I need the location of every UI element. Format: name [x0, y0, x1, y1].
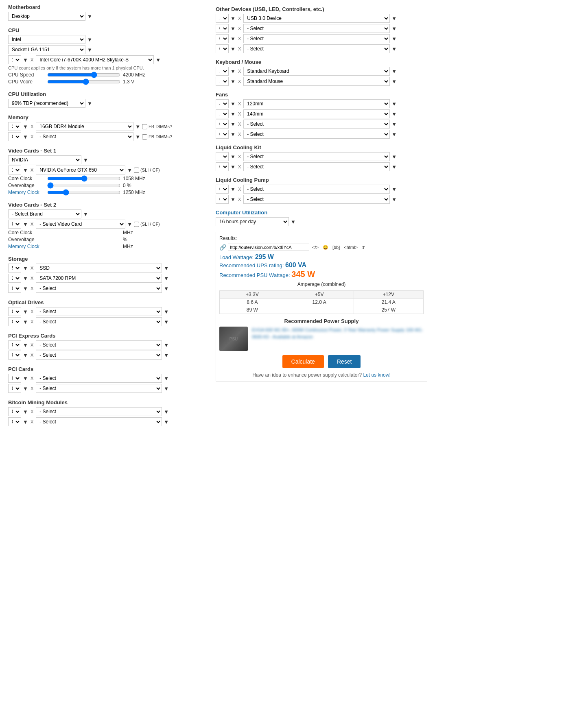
- reset-button[interactable]: Reset: [328, 355, 361, 368]
- pci-remove-1[interactable]: X: [30, 386, 34, 391]
- optical-count-0[interactable]: 0: [8, 307, 21, 316]
- optical-count-1[interactable]: 0: [8, 317, 21, 326]
- storage-count-0[interactable]: 5: [8, 264, 21, 273]
- other-remove-1[interactable]: X: [237, 26, 242, 31]
- other-count-3[interactable]: 0: [216, 44, 229, 53]
- other-remove-0[interactable]: X: [237, 16, 242, 21]
- lck-count-0[interactable]: 1: [216, 152, 229, 161]
- vc1-sli-checkbox[interactable]: [134, 168, 139, 173]
- other-remove-2[interactable]: X: [237, 36, 242, 41]
- fan-count-2[interactable]: 0: [216, 120, 229, 129]
- pcie-remove-0[interactable]: X: [30, 342, 34, 347]
- pci-count-0[interactable]: 0: [8, 374, 21, 383]
- pcie-count-1[interactable]: 0: [8, 351, 21, 360]
- vc2-memory-clock-label[interactable]: Memory Clock: [8, 244, 45, 249]
- motherboard-type-select[interactable]: Desktop Server Mini-ITX: [8, 12, 85, 21]
- other-count-1[interactable]: 0: [216, 24, 229, 33]
- mouse-count-0[interactable]: 1: [216, 77, 229, 86]
- psu-description[interactable]: EVGA 600 W1 80+, 600W Continuous Power, …: [252, 327, 424, 340]
- share-code-btn[interactable]: </>: [311, 244, 320, 250]
- fan-count-0[interactable]: 4: [216, 99, 229, 108]
- pci-model-0[interactable]: - Select: [36, 374, 162, 383]
- kb-model-0[interactable]: Standard Keyboard: [243, 67, 390, 76]
- vc1-memory-clock-slider[interactable]: [47, 190, 120, 195]
- vc2-brand-select[interactable]: - Select BrandNVIDIAAMD: [8, 209, 81, 218]
- mouse-remove-0[interactable]: X: [237, 79, 242, 84]
- lcp-count-1[interactable]: 0: [216, 195, 229, 204]
- fan-count-3[interactable]: 0: [216, 130, 229, 139]
- memory-model-1[interactable]: - Select: [36, 132, 133, 141]
- lcp-remove-1[interactable]: X: [237, 197, 242, 202]
- cpu-vcore-slider[interactable]: [47, 79, 120, 85]
- memory-remove-1[interactable]: X: [30, 134, 34, 139]
- share-bb-btn[interactable]: [bb]: [331, 244, 341, 250]
- optical-model-0[interactable]: - Select: [36, 307, 162, 316]
- fan-model-2[interactable]: - Select: [243, 120, 390, 129]
- storage-model-1[interactable]: SATA 7200 RPM: [36, 274, 162, 283]
- storage-count-2[interactable]: 0: [8, 284, 21, 293]
- memory-model-0[interactable]: 16GB DDR4 Module: [36, 122, 133, 131]
- vc2-sli-checkbox[interactable]: [134, 222, 139, 227]
- storage-remove-0[interactable]: X: [30, 266, 34, 270]
- share-html-btn[interactable]: <html>: [343, 244, 359, 250]
- storage-remove-2[interactable]: X: [30, 286, 34, 291]
- lcp-count-0[interactable]: 0: [216, 185, 229, 194]
- lck-count-1[interactable]: 0: [216, 162, 229, 171]
- share-text-btn[interactable]: T: [361, 244, 366, 250]
- memory-remove-0[interactable]: X: [30, 124, 34, 129]
- computer-util-select[interactable]: 16 hours per day 8 hours per day 24 hour…: [216, 217, 289, 226]
- other-model-1[interactable]: - Select: [243, 24, 390, 33]
- memory-count-1[interactable]: 0: [8, 132, 21, 141]
- cpu-socket-select[interactable]: Socket LGA 1151 Socket LGA 1150 Socket A…: [8, 45, 85, 54]
- fan-remove-3[interactable]: X: [237, 132, 242, 137]
- bitcoin-model-1[interactable]: - Select: [36, 417, 162, 426]
- bitcoin-model-0[interactable]: - Select: [36, 407, 162, 416]
- fan-model-1[interactable]: 140mm: [243, 109, 390, 118]
- computer-util-title[interactable]: Computer Utilization: [216, 209, 427, 216]
- kb-remove-0[interactable]: X: [237, 69, 242, 74]
- other-model-0[interactable]: USB 3.0 Device: [243, 14, 390, 23]
- other-count-2[interactable]: 0: [216, 34, 229, 43]
- pcie-model-1[interactable]: - Select: [36, 351, 162, 360]
- fan-remove-1[interactable]: X: [237, 111, 242, 116]
- pci-model-1[interactable]: - Select: [36, 384, 162, 393]
- pcie-remove-1[interactable]: X: [30, 353, 34, 358]
- vc1-remove-btn[interactable]: X: [30, 168, 34, 172]
- vc2-count-select[interactable]: 0: [8, 220, 21, 229]
- other-model-3[interactable]: - Select: [243, 44, 390, 53]
- fan-remove-2[interactable]: X: [237, 122, 242, 126]
- fan-remove-0[interactable]: X: [237, 101, 242, 106]
- other-model-2[interactable]: - Select: [243, 34, 390, 43]
- lcp-model-0[interactable]: - Select: [243, 185, 390, 194]
- lcp-model-1[interactable]: - Select: [243, 195, 390, 204]
- optical-model-1[interactable]: - Select: [36, 317, 162, 326]
- storage-count-1[interactable]: 2: [8, 274, 21, 283]
- memory-fb-checkbox-0[interactable]: [142, 124, 147, 129]
- fan-model-0[interactable]: 120mm: [243, 99, 390, 108]
- pci-remove-0[interactable]: X: [30, 376, 34, 381]
- storage-model-2[interactable]: - Select: [36, 284, 162, 293]
- vc1-model-select[interactable]: NVIDIA GeForce GTX 650: [36, 166, 125, 174]
- mouse-model-0[interactable]: Standard Mouse: [243, 77, 390, 86]
- pci-count-1[interactable]: 0: [8, 384, 21, 393]
- optical-remove-1[interactable]: X: [30, 319, 34, 324]
- other-count-0[interactable]: 1: [216, 14, 229, 23]
- lck-remove-1[interactable]: X: [237, 164, 242, 169]
- results-url-input[interactable]: [228, 244, 309, 251]
- storage-remove-1[interactable]: X: [30, 276, 34, 281]
- bitcoin-remove-0[interactable]: X: [30, 409, 34, 414]
- storage-model-0[interactable]: SSD: [36, 264, 162, 273]
- bitcoin-count-1[interactable]: 0: [8, 417, 21, 426]
- vc2-model-select[interactable]: - Select Video Card: [36, 220, 125, 229]
- bitcoin-remove-1[interactable]: X: [30, 419, 34, 424]
- memory-count-0[interactable]: 2: [8, 122, 21, 131]
- cpu-model-select[interactable]: Intel Core i7-6700K 4000 MHz Skylake-S: [36, 55, 154, 64]
- memory-fb-checkbox-1[interactable]: [142, 134, 147, 140]
- share-reddit-btn[interactable]: 😄: [321, 244, 330, 251]
- vc1-overvoltage-slider[interactable]: [47, 183, 120, 188]
- other-remove-3[interactable]: X: [237, 46, 242, 51]
- bitcoin-count-0[interactable]: 0: [8, 407, 21, 416]
- vc2-remove-btn[interactable]: X: [30, 222, 34, 227]
- fan-count-1[interactable]: 1: [216, 109, 229, 118]
- feedback-link[interactable]: Let us know!: [363, 372, 390, 378]
